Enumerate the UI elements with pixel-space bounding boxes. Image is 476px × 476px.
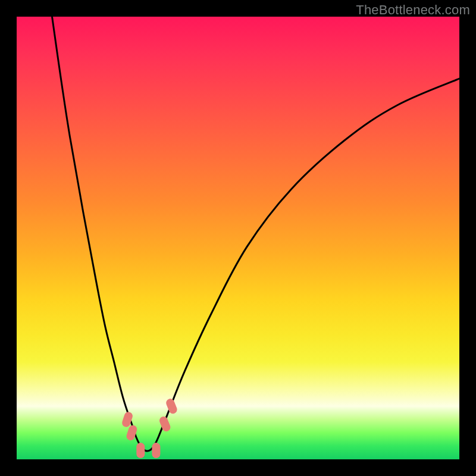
marker-group bbox=[121, 397, 178, 458]
marker-trough-right bbox=[152, 443, 160, 458]
watermark-text: TheBottleneck.com bbox=[356, 2, 470, 18]
marker-right-rise-2 bbox=[165, 397, 178, 415]
plot-area bbox=[17, 17, 459, 459]
chart-frame: TheBottleneck.com bbox=[0, 0, 476, 476]
marker-trough-left bbox=[136, 443, 145, 458]
curve-svg bbox=[17, 17, 459, 459]
bottleneck-curve-path bbox=[52, 17, 460, 451]
marker-right-rise-1 bbox=[158, 415, 172, 433]
